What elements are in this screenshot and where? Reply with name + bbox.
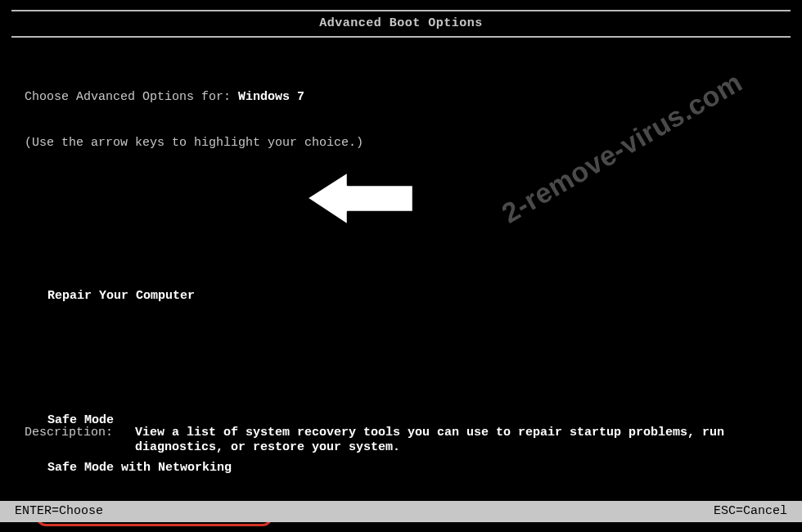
menu-item-repair[interactable]: Repair Your Computer (43, 288, 200, 304)
choose-line: Choose Advanced Options for: Windows 7 (25, 90, 777, 105)
choose-target: Windows 7 (238, 90, 304, 104)
content-area: Choose Advanced Options for: Windows 7 (… (0, 38, 802, 532)
footer-bar: ENTER=Choose ESC=Cancel (0, 501, 802, 522)
menu-group-1: Repair Your Computer (25, 259, 777, 336)
hint-line: (Use the arrow keys to highlight your ch… (25, 136, 777, 151)
description-text: View a list of system recovery tools you… (135, 426, 777, 455)
footer-enter: ENTER=Choose (15, 504, 103, 519)
description: Description: View a list of system recov… (25, 426, 777, 455)
description-label: Description: (25, 426, 135, 455)
choose-prefix: Choose Advanced Options for: (25, 90, 238, 104)
page-title: Advanced Boot Options (11, 10, 791, 38)
footer-esc: ESC=Cancel (714, 504, 787, 519)
boot-menu[interactable]: Repair Your Computer Safe Mode Safe Mode… (25, 211, 777, 532)
menu-item-safemode-net[interactable]: Safe Mode with Networking (43, 460, 237, 476)
